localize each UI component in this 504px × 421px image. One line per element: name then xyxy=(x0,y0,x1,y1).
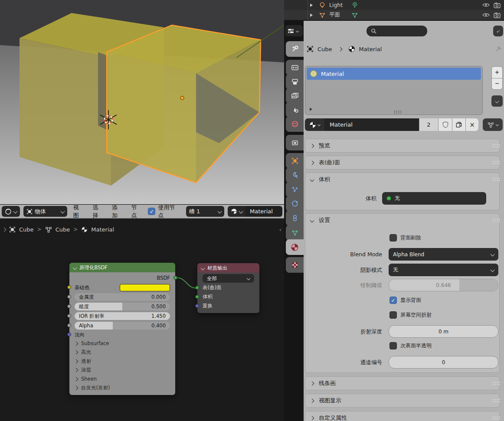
socket-volume[interactable] xyxy=(195,295,199,299)
outliner-item-label[interactable]: Light xyxy=(329,2,343,8)
section-specular[interactable]: 高光 xyxy=(69,348,175,357)
unlink-button[interactable]: × xyxy=(465,118,478,131)
shader-type-dropdown[interactable]: 物体 xyxy=(23,206,67,217)
menu-select[interactable]: 选择 xyxy=(90,204,106,219)
tab-texture[interactable] xyxy=(286,257,304,273)
menu-add[interactable]: 添加 xyxy=(109,204,125,219)
tab-constraints[interactable] xyxy=(286,210,304,226)
clip-threshold-slider[interactable]: 0.646 xyxy=(389,279,498,291)
breadcrumb-material[interactable]: Material xyxy=(359,46,382,52)
tab-view-layer[interactable] xyxy=(286,88,304,104)
section-coat[interactable]: 涂层 xyxy=(69,366,175,375)
tab-particles[interactable] xyxy=(286,182,304,197)
panel-grip[interactable] xyxy=(492,144,494,145)
expand-arrow-icon[interactable] xyxy=(310,3,313,7)
pin-icon[interactable] xyxy=(494,46,502,53)
shadow-mode-dropdown[interactable]: 无 xyxy=(389,264,498,276)
node-principled-bsdf[interactable]: 原理化BSDF BSDF 基础色 金属度 0.000 xyxy=(69,263,175,395)
show-backface-checkbox[interactable]: ✓ xyxy=(389,297,397,304)
properties-editor-type-button[interactable] xyxy=(285,25,303,36)
shader-editor[interactable]: Cube > Cube > Material ‹ xyxy=(0,219,284,421)
region-toggle-arrow[interactable]: ‹ xyxy=(279,226,281,233)
properties-options-button[interactable] xyxy=(493,26,503,36)
refraction-depth-field[interactable]: 0 m xyxy=(389,325,498,338)
filter-expand-arrow[interactable] xyxy=(310,108,312,111)
material-slot-row[interactable]: Material xyxy=(307,68,481,80)
panel-viewport-display[interactable]: 视图显示 xyxy=(305,394,500,408)
list-resize-grip[interactable] xyxy=(394,111,395,112)
menu-node[interactable]: 节点 xyxy=(129,204,145,219)
section-subsurface[interactable]: Subsurface xyxy=(69,339,175,348)
tab-object[interactable] xyxy=(286,153,304,169)
ssr-row[interactable]: 屏幕空间折射 xyxy=(389,311,432,319)
socket-base-color[interactable] xyxy=(67,285,71,289)
panel-surface[interactable]: 表(曲)面 xyxy=(305,156,500,170)
tab-collection[interactable] xyxy=(286,135,304,150)
socket-alpha[interactable] xyxy=(67,323,71,327)
breadcrumb-object[interactable]: Cube xyxy=(19,226,34,233)
panel-grip[interactable] xyxy=(492,382,494,383)
collapse-icon[interactable] xyxy=(201,266,205,270)
panel-custom-properties[interactable]: 自定义属性 xyxy=(305,411,500,421)
panel-line-art[interactable]: 线条画 xyxy=(305,376,500,390)
node-header[interactable]: 材质输出 xyxy=(197,263,259,273)
socket-displacement[interactable] xyxy=(195,304,199,308)
panel-settings[interactable]: 设置 背面剔除 Blend Mode Alpha Blend 阴影模式 无 xyxy=(305,213,500,373)
roughness-slider[interactable]: 糙度 0.500 xyxy=(75,303,170,310)
disable-render-camera-icon[interactable] xyxy=(494,12,501,18)
ior-slider[interactable]: IOR 折射率 1.450 xyxy=(75,312,170,320)
section-sheen[interactable]: Sheen xyxy=(69,375,175,384)
fake-user-shield-button[interactable] xyxy=(438,118,452,131)
target-dropdown[interactable]: 全部 xyxy=(203,274,254,283)
editor-type-button[interactable] xyxy=(2,206,20,217)
slot-dropdown[interactable]: 槽 1 xyxy=(186,206,224,217)
panel-grip[interactable] xyxy=(492,399,494,400)
material-name-field[interactable]: Material xyxy=(245,206,282,217)
socket-metallic[interactable] xyxy=(67,295,71,299)
breadcrumb-data[interactable]: Cube xyxy=(56,226,70,233)
expand-arrow-icon[interactable] xyxy=(310,13,313,17)
alpha-slider[interactable]: Alpha 0.400 xyxy=(75,322,170,330)
panel-volume[interactable]: 体积 体积 无 xyxy=(305,173,500,210)
tab-modifiers[interactable] xyxy=(286,167,304,183)
sss-translucency-row[interactable]: 次表面半透明 xyxy=(389,342,432,349)
node-tree-button[interactable] xyxy=(483,118,503,131)
tab-world[interactable] xyxy=(286,116,304,132)
outliner-item-label[interactable]: 平面 xyxy=(329,11,340,19)
socket-normal[interactable] xyxy=(67,333,71,336)
tab-physics[interactable] xyxy=(286,196,304,212)
panel-grip[interactable] xyxy=(492,416,494,418)
breadcrumb-material[interactable]: Material xyxy=(91,226,114,233)
outliner-row-light[interactable]: Light xyxy=(284,0,504,10)
volume-shader-field[interactable]: 无 xyxy=(382,192,486,205)
chevron-right-icon[interactable] xyxy=(2,227,7,232)
tab-object-data[interactable] xyxy=(286,225,304,241)
ssr-checkbox[interactable] xyxy=(389,311,397,319)
use-nodes-toggle[interactable]: ✓ 使用节点 xyxy=(148,204,179,219)
panel-grip[interactable] xyxy=(492,219,494,220)
pass-index-field[interactable]: 0 xyxy=(389,356,498,369)
breadcrumb-object[interactable]: Cube xyxy=(317,46,332,52)
socket-ior[interactable] xyxy=(67,314,71,318)
menu-view[interactable]: 视图 xyxy=(71,204,87,219)
hide-eye-icon[interactable] xyxy=(482,12,490,18)
tab-tool[interactable] xyxy=(286,41,304,57)
copy-material-button[interactable] xyxy=(452,118,465,131)
collapse-icon[interactable] xyxy=(73,265,77,270)
disable-render-camera-icon[interactable] xyxy=(494,2,501,8)
tab-scene[interactable] xyxy=(286,102,304,117)
socket-roughness[interactable] xyxy=(67,304,71,308)
tab-output[interactable] xyxy=(286,74,304,90)
backface-culling-row[interactable]: 背面剔除 xyxy=(389,234,421,242)
browse-material-button[interactable] xyxy=(228,206,245,217)
metallic-slider[interactable]: 金属度 0.000 xyxy=(75,293,170,301)
show-backface-row[interactable]: ✓ 显示背面 xyxy=(389,297,421,304)
blend-mode-dropdown[interactable]: Alpha Blend xyxy=(389,248,498,261)
node-header[interactable]: 原理化BSDF xyxy=(69,263,175,272)
use-nodes-checkbox[interactable]: ✓ xyxy=(148,208,155,215)
slot-specials-button[interactable] xyxy=(491,95,503,107)
search-input[interactable] xyxy=(367,26,427,36)
sss-translucency-checkbox[interactable] xyxy=(389,342,397,349)
section-emission[interactable]: 自发光(发射) xyxy=(69,384,175,393)
3d-viewport[interactable] xyxy=(0,0,284,204)
